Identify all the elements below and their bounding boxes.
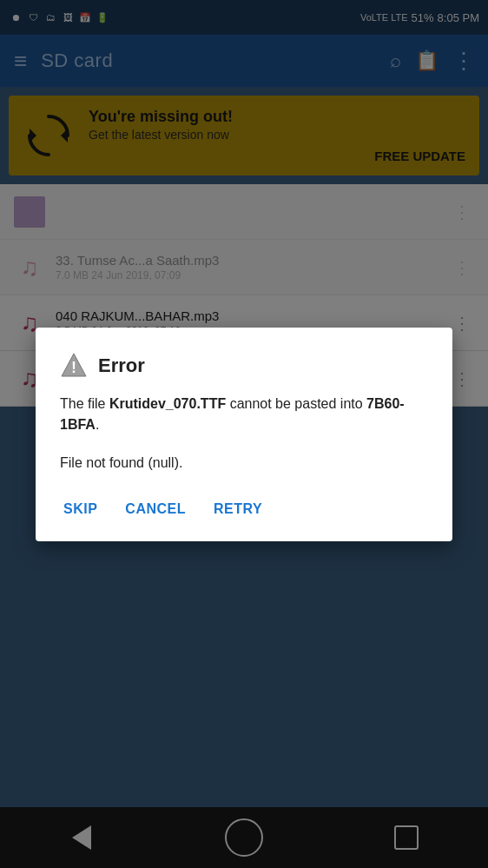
dialog-overlay: ! Error The file Krutidev_070.TTF cannot…: [0, 0, 488, 868]
dialog-title-row: ! Error: [60, 352, 428, 380]
dialog-secondary-message: File not found (null).: [60, 453, 428, 474]
dialog-filename: Krutidev_070.TTF: [109, 396, 226, 411]
retry-button[interactable]: RETRY: [210, 494, 266, 524]
svg-text:!: !: [71, 359, 76, 376]
dialog-message: The file Krutidev_070.TTF cannot be past…: [60, 394, 428, 435]
dialog-message-mid: cannot be pasted into: [226, 396, 366, 411]
skip-button[interactable]: SKIP: [60, 494, 101, 524]
error-dialog: ! Error The file Krutidev_070.TTF cannot…: [36, 328, 452, 541]
dialog-actions: SKIP CANCEL RETRY: [60, 494, 428, 524]
warning-icon: !: [60, 352, 88, 380]
cancel-button[interactable]: CANCEL: [122, 494, 189, 524]
dialog-message-prefix: The file: [60, 396, 109, 411]
dialog-title: Error: [98, 354, 145, 377]
dialog-message-suffix: .: [96, 417, 99, 432]
